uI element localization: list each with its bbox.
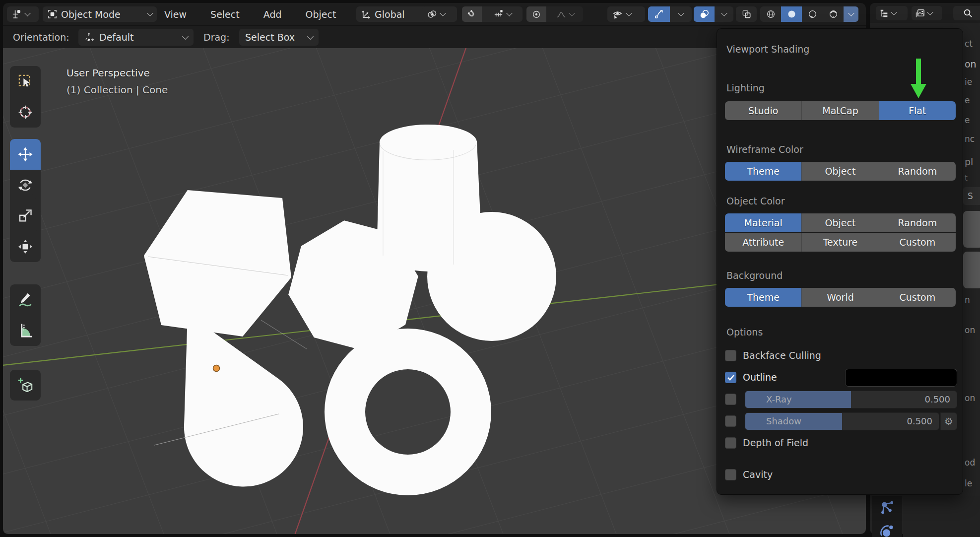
shading-material-button[interactable]: [802, 6, 823, 22]
shading-rendered-button[interactable]: [823, 6, 844, 22]
orientation-default-dropdown[interactable]: Default: [78, 29, 194, 46]
outliner-search-button[interactable]: [953, 6, 980, 20]
snap-toggle[interactable]: [462, 6, 482, 22]
pivot-point-dropdown[interactable]: [422, 6, 457, 22]
cavity-row: Cavity: [717, 466, 963, 484]
background-theme-button[interactable]: Theme: [725, 288, 802, 307]
cavity-checkbox[interactable]: [725, 469, 736, 480]
outliner-tree-icon: [879, 8, 889, 18]
shading-solid-button[interactable]: [781, 6, 802, 22]
chevron-down-icon: [569, 10, 575, 16]
backface-culling-label: Backface Culling: [743, 350, 821, 361]
select-box-tool[interactable]: [10, 66, 41, 97]
depth-of-field-label: Depth of Field: [743, 437, 808, 448]
menu-select[interactable]: Select: [209, 9, 241, 20]
shadow-settings-button[interactable]: ⚙: [940, 412, 957, 430]
outliner-display-mode-button[interactable]: [912, 6, 942, 20]
scale-tool[interactable]: [10, 201, 41, 231]
chevron-down-icon: [147, 10, 153, 16]
annotate-tool[interactable]: [10, 284, 41, 315]
shadow-checkbox[interactable]: [725, 415, 736, 427]
pivot-point-icon: [427, 9, 437, 19]
proportional-edit-group: [526, 6, 583, 22]
wireframe-object-button[interactable]: Object: [802, 162, 879, 181]
menu-view[interactable]: View: [163, 9, 188, 20]
cursor-tool[interactable]: [10, 97, 41, 128]
toolbar-transform-group: [10, 139, 41, 262]
drag-mode-dropdown[interactable]: Select Box: [239, 29, 319, 46]
search-icon: [963, 8, 973, 18]
shadow-slider-label: Shadow: [766, 416, 801, 426]
lighting-studio-button[interactable]: Studio: [725, 101, 802, 120]
xray-toggle[interactable]: [736, 6, 757, 22]
cutoff-button: [963, 252, 980, 288]
shadow-slider-value: 0.500: [907, 416, 932, 426]
menu-add[interactable]: Add: [262, 9, 283, 20]
object-color-attribute-button[interactable]: Attribute: [725, 233, 802, 252]
xray-checkbox[interactable]: [725, 394, 736, 405]
gear-icon: ⚙: [944, 415, 953, 427]
background-custom-button[interactable]: Custom: [879, 288, 956, 307]
physics-tab-icon[interactable]: [879, 523, 896, 537]
snap-with-dropdown[interactable]: [482, 6, 523, 22]
wireframe-theme-button[interactable]: Theme: [725, 162, 802, 181]
outliner-text-fragment: on: [965, 59, 977, 69]
xray-slider[interactable]: X-Ray 0.500: [745, 391, 957, 408]
chevron-down-icon: [307, 33, 314, 40]
lighting-flat-button[interactable]: Flat: [879, 101, 956, 120]
menu-bar: View Select Add Object: [163, 3, 337, 25]
annotation-arrow-icon: [910, 59, 927, 99]
lighting-segment: Studio MatCap Flat: [725, 101, 956, 120]
wireframe-random-button[interactable]: Random: [879, 162, 956, 181]
object-color-texture-button[interactable]: Texture: [802, 233, 879, 252]
object-color-random-button[interactable]: Random: [879, 213, 956, 232]
proportional-editing-toggle[interactable]: [526, 6, 546, 22]
transform-tool[interactable]: [10, 231, 41, 262]
chevron-down-icon: [891, 9, 897, 15]
particles-tab-icon[interactable]: [879, 499, 896, 517]
overlays-icon: [699, 9, 710, 19]
overlays-toggle[interactable]: [694, 6, 715, 22]
outline-color-swatch[interactable]: [845, 369, 957, 387]
gizmo-icon: [654, 9, 664, 19]
drag-value: Select Box: [245, 32, 295, 43]
visibility-dropdown[interactable]: [607, 6, 645, 22]
background-world-button[interactable]: World: [802, 288, 879, 307]
properties-tab-strip: [872, 496, 902, 537]
shading-options-dropdown[interactable]: [844, 6, 858, 22]
menu-object[interactable]: Object: [304, 9, 338, 20]
shading-wireframe-button[interactable]: [760, 6, 781, 22]
disc-mesh: [427, 212, 556, 341]
depth-of-field-checkbox[interactable]: [725, 437, 736, 449]
measure-tool[interactable]: [10, 315, 41, 346]
snap-increment-icon: [493, 9, 504, 19]
gizmos-dropdown[interactable]: [670, 6, 692, 22]
outline-checkbox[interactable]: [725, 372, 736, 383]
chevron-down-icon: [848, 10, 854, 16]
xray-row: X-Ray 0.500: [717, 390, 963, 409]
shadow-slider[interactable]: Shadow 0.500: [745, 412, 939, 430]
mesh-objects: [144, 125, 556, 495]
mode-dropdown[interactable]: Object Mode: [43, 6, 157, 22]
display-mode-images-icon: [915, 8, 925, 18]
overlays-dropdown[interactable]: [715, 6, 733, 22]
gizmos-toggle[interactable]: [648, 6, 670, 22]
object-color-section-label: Object Color: [726, 196, 785, 206]
outline-label: Outline: [743, 372, 777, 383]
lighting-matcap-button[interactable]: MatCap: [802, 101, 879, 120]
outliner-editor-type-button[interactable]: [876, 6, 908, 20]
proportional-falloff-dropdown[interactable]: [546, 6, 583, 22]
active-object-overlay: (1) Collection | Cone: [66, 84, 168, 96]
object-color-custom-button[interactable]: Custom: [879, 233, 956, 252]
solid-sphere-icon: [786, 9, 797, 19]
editor-type-button[interactable]: [7, 6, 39, 22]
move-tool[interactable]: [10, 139, 41, 170]
backface-culling-checkbox[interactable]: [725, 350, 736, 361]
panel-text-fragment: n: [965, 295, 970, 305]
object-color-object-button[interactable]: Object: [802, 213, 879, 232]
annotate-pencil-icon: [17, 291, 34, 308]
add-cube-tool[interactable]: [10, 370, 41, 401]
rotate-tool[interactable]: [10, 170, 41, 201]
object-color-material-button[interactable]: Material: [725, 213, 802, 232]
outliner-text-fragment: e: [965, 115, 970, 125]
